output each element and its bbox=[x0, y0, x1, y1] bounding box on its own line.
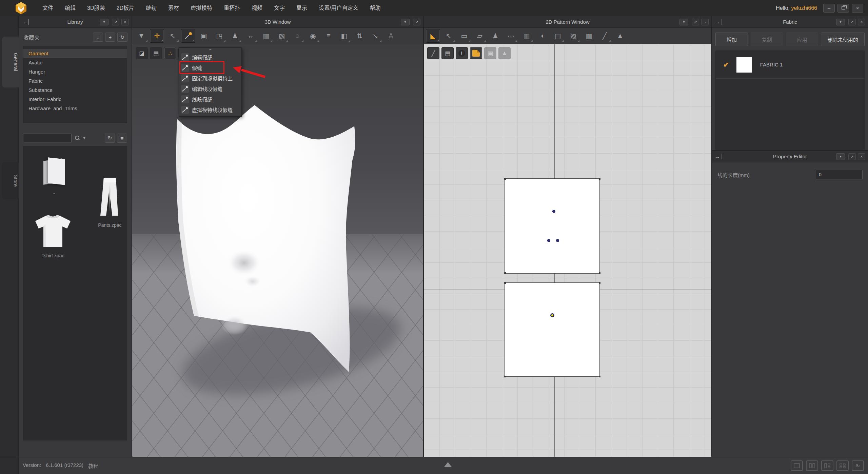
sewing-tool[interactable]: ▧ bbox=[275, 29, 289, 43]
fabric-grid-tool[interactable]: ▦ bbox=[259, 29, 273, 43]
3d-window-undock-button[interactable]: ↗ bbox=[413, 19, 420, 25]
layout-single-button[interactable] bbox=[791, 460, 803, 471]
menu-item-tack-on-avatar[interactable]: 固定到虚拟模特上 bbox=[179, 73, 241, 83]
folder-fabric[interactable]: Fabric bbox=[23, 76, 127, 85]
iron-tool[interactable]: ◖ bbox=[535, 29, 549, 43]
property-caret-button[interactable]: ▾ bbox=[836, 153, 845, 160]
button-tool[interactable]: ◉ bbox=[306, 29, 320, 43]
trace-tool[interactable]: ⋯ bbox=[504, 29, 518, 43]
menu-help[interactable]: 帮助 bbox=[364, 0, 387, 16]
dark-garment-tool[interactable]: ▲ bbox=[613, 29, 627, 43]
fabric-caret-button[interactable]: ▾ bbox=[836, 19, 845, 25]
show-seams-toggle[interactable]: ╱ bbox=[427, 47, 439, 59]
copy-fabric-button[interactable]: 复制 bbox=[751, 33, 783, 46]
tack-point[interactable] bbox=[547, 239, 550, 242]
folder-hardware-trims[interactable]: Hardware_and_Trims bbox=[23, 104, 127, 113]
arrange-garment-tool[interactable]: ▣ bbox=[197, 29, 211, 43]
minimize-button[interactable]: – bbox=[823, 4, 835, 13]
2d-window-undock-button[interactable]: ↗ bbox=[692, 19, 699, 25]
library-refresh-icon[interactable]: ↻ bbox=[105, 134, 115, 143]
pleats-tool[interactable]: ▥ bbox=[582, 29, 596, 43]
show-garment-toggle-2d[interactable]: ▤ bbox=[441, 47, 454, 59]
tack-point[interactable] bbox=[552, 210, 555, 213]
line-length-input[interactable] bbox=[816, 170, 863, 179]
flatten-tool[interactable]: ◧ bbox=[337, 29, 351, 43]
menu-item-avatar-segment-tack[interactable]: 虚拟模特线段假缝 bbox=[179, 104, 241, 115]
2d-window-dock-arrow[interactable]: → bbox=[701, 19, 709, 25]
menu-item-edit-tack[interactable]: 编辑假缝 bbox=[179, 52, 241, 62]
search-filter-caret-icon[interactable]: ▼ bbox=[82, 136, 86, 140]
3d-window-caret-button[interactable]: ▾ bbox=[401, 19, 410, 25]
folder-substance[interactable]: Substance bbox=[23, 85, 127, 95]
fabric-swatch[interactable] bbox=[736, 57, 752, 73]
selected-tack-point[interactable] bbox=[550, 313, 554, 317]
library-undock-button[interactable]: ↗ bbox=[112, 19, 119, 25]
fabric-close-button[interactable]: × bbox=[858, 19, 865, 25]
avatar-tape-tool[interactable]: ♟ bbox=[228, 29, 242, 43]
menu-text[interactable]: 文字 bbox=[268, 0, 291, 16]
list-item-tshirt[interactable]: Tshirt.zpac bbox=[31, 214, 75, 258]
library-close-button[interactable]: × bbox=[121, 19, 129, 25]
library-caret-button[interactable]: ▾ bbox=[100, 19, 108, 25]
lock-garment-toggle[interactable]: ▣ bbox=[484, 47, 496, 59]
measure-tool[interactable]: ↔ bbox=[243, 29, 258, 43]
menu-item-segment-tack[interactable]: 线段假缝 bbox=[179, 94, 241, 104]
property-undock-button[interactable]: ↗ bbox=[848, 153, 856, 160]
polygon-tool[interactable]: ▱ bbox=[473, 29, 487, 43]
list-item-parent-folder[interactable]: .. bbox=[35, 158, 73, 195]
pattern-square-1[interactable] bbox=[505, 178, 600, 274]
folder-hanger[interactable]: Hanger bbox=[23, 67, 127, 76]
layout-mixed-button[interactable] bbox=[821, 460, 833, 471]
edit-pattern-tool[interactable]: ↖ bbox=[441, 29, 456, 43]
show-garment-toggle[interactable]: ▤ bbox=[150, 47, 162, 59]
tab-store[interactable]: Store bbox=[2, 162, 19, 199]
import-icon[interactable]: ↓ bbox=[93, 33, 103, 42]
tape-measure-tool[interactable]: ↘ bbox=[368, 29, 382, 43]
pillow-garment-3d[interactable] bbox=[132, 44, 423, 457]
pattern-square-2[interactable] bbox=[505, 282, 600, 377]
delete-unused-fabric-button[interactable]: 删除未使用的 bbox=[821, 33, 865, 46]
apply-fabric-button[interactable]: 应用 bbox=[786, 33, 818, 46]
show-info-toggle[interactable]: i bbox=[456, 47, 468, 59]
avatar-sync-tool[interactable]: ♟ bbox=[488, 29, 502, 43]
flip-tool[interactable]: ◳ bbox=[212, 29, 226, 43]
restore-button[interactable] bbox=[837, 4, 849, 13]
username[interactable]: yeluzhi666 bbox=[791, 5, 817, 11]
2d-viewport[interactable]: ╱ ▤ i ▣ ▲ bbox=[424, 44, 711, 457]
add-icon[interactable]: + bbox=[105, 33, 115, 42]
menu-retopology[interactable]: 重拓扑 bbox=[218, 0, 246, 16]
menu-2d-pattern[interactable]: 2D板片 bbox=[111, 0, 140, 16]
steam-brush-tool[interactable]: ◌ bbox=[290, 29, 304, 43]
view-mode-icon[interactable]: ≡ bbox=[117, 134, 127, 143]
layout-quad-button[interactable] bbox=[836, 460, 849, 471]
texture-tool[interactable]: ▨ bbox=[566, 29, 580, 43]
show-3d-objects-toggle[interactable]: ◪ bbox=[136, 47, 148, 59]
grid-tool[interactable]: ▦ bbox=[519, 29, 534, 43]
tack-pin-tool[interactable] bbox=[181, 29, 195, 43]
library-search-input[interactable] bbox=[23, 134, 72, 142]
property-close-button[interactable]: × bbox=[858, 153, 865, 160]
menu-sewing[interactable]: 缝纫 bbox=[140, 0, 162, 16]
menu-settings[interactable]: 设置/用户自定义 bbox=[313, 0, 364, 16]
simulate-tool[interactable]: ▼ bbox=[134, 29, 149, 43]
menu-item-tack[interactable]: 假缝 bbox=[179, 62, 241, 73]
dock-arrow-icon[interactable]: → bbox=[715, 154, 722, 159]
zipper-tool[interactable]: ≡ bbox=[321, 29, 336, 43]
menu-edit[interactable]: 编辑 bbox=[59, 0, 81, 16]
menu-item-edit-segment-tack[interactable]: 编辑线段假缝 bbox=[179, 83, 241, 94]
edit-pin-tool[interactable]: ↖ bbox=[165, 29, 180, 43]
tab-general[interactable]: General bbox=[2, 37, 19, 87]
menu-3d-garment[interactable]: 3D服装 bbox=[81, 0, 111, 16]
rectangle-tool[interactable]: ▭ bbox=[457, 29, 471, 43]
menu-avatar[interactable]: 虚拟模特 bbox=[185, 0, 218, 16]
expand-statusbar-arrow[interactable] bbox=[444, 462, 452, 467]
arrange-points-toggle[interactable]: ▲ bbox=[498, 47, 511, 59]
menu-file[interactable]: 文件 bbox=[37, 0, 59, 16]
folder-avatar[interactable]: Avatar bbox=[23, 58, 127, 67]
close-button[interactable]: × bbox=[852, 4, 863, 13]
dock-arrow-icon[interactable]: → bbox=[21, 19, 29, 25]
layout-two-pane-button[interactable] bbox=[806, 460, 818, 471]
folder-interior-fabric[interactable]: Interior_Fabric bbox=[23, 95, 127, 104]
pin-pair-tool[interactable]: ⇅ bbox=[353, 29, 367, 43]
show-fabric-toggle[interactable] bbox=[470, 47, 482, 59]
